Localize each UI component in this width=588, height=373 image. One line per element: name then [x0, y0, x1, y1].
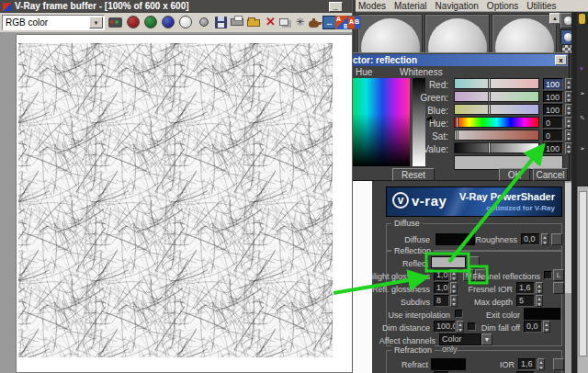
max-depth-field[interactable]: 5: [516, 295, 535, 307]
refl-glossiness-spinner[interactable]: [450, 282, 458, 294]
refl-glossiness-field[interactable]: 1,0: [434, 282, 449, 294]
fresnel-ior-field[interactable]: 1,6: [516, 282, 535, 294]
duplicate-buffer-button[interactable]: [277, 15, 293, 30]
monochrome-button[interactable]: [197, 15, 212, 30]
fresnel-reflections-checkbox[interactable]: [544, 271, 552, 279]
save-image-button[interactable]: [213, 15, 229, 30]
dialog-titlebar[interactable]: ctor: reflection: [349, 54, 568, 66]
max-depth-label: Max depth: [474, 298, 513, 307]
dim-distance-field[interactable]: 100,0c: [434, 321, 456, 333]
tool-glyph-icon[interactable]: ▾: [580, 65, 583, 72]
menu-material[interactable]: Material: [394, 1, 427, 11]
use-interpolation-checkbox[interactable]: [455, 310, 463, 318]
diffuse-color-swatch[interactable]: [435, 233, 475, 245]
vfb-titlebar[interactable]: V-Ray frame buffer - [100% of 600 x 600]: [0, 0, 352, 13]
load-image-button[interactable]: [246, 15, 262, 30]
value-field[interactable]: 100: [543, 142, 563, 154]
sat-spinner[interactable]: [565, 130, 572, 141]
value-slider[interactable]: [454, 142, 539, 153]
ior-lock-button[interactable]: [553, 358, 564, 370]
hilight-glossiness-field[interactable]: 1,0: [434, 269, 449, 281]
reflect-color-swatch[interactable]: [431, 256, 466, 268]
value-spinner[interactable]: [565, 142, 572, 154]
red-channel-button[interactable]: [126, 15, 141, 30]
dim-distance-checkbox[interactable]: [468, 322, 476, 331]
hue-slider[interactable]: [454, 117, 539, 128]
combo-dropdown-icon[interactable]: ▼: [89, 17, 103, 28]
red-field[interactable]: 100: [543, 78, 563, 90]
rgb-channels-icon[interactable]: [108, 15, 124, 30]
ior-field[interactable]: 1,6: [518, 358, 537, 370]
exit-color-swatch[interactable]: [524, 308, 560, 320]
render-last-button[interactable]: [307, 15, 322, 30]
main-vertical-scrollbar[interactable]: [577, 186, 588, 373]
hilight-glossiness-label: Hilight glossiness: [372, 272, 430, 281]
fresnel-ior-spinner[interactable]: [536, 282, 543, 294]
slider-handle[interactable]: [488, 78, 491, 89]
close-icon[interactable]: x: [555, 55, 567, 65]
cancel-button[interactable]: Cancel: [533, 168, 568, 181]
affect-channels-dropdown[interactable]: Color only: [439, 333, 481, 345]
alpha-channel-button[interactable]: [178, 15, 194, 30]
track-mouse-button[interactable]: ✳: [292, 15, 308, 30]
scrollbar-thumb[interactable]: [579, 191, 587, 356]
sat-field[interactable]: 0: [543, 130, 563, 141]
green-field[interactable]: 100: [543, 91, 563, 103]
minimize-button[interactable]: _: [329, 2, 343, 12]
sat-slider[interactable]: [454, 130, 539, 141]
menu-options[interactable]: Options: [487, 1, 518, 11]
blue-channel-button[interactable]: [161, 15, 176, 30]
subdivs-field[interactable]: 8: [434, 295, 449, 307]
green-slider[interactable]: [454, 91, 539, 102]
roughness-spinner[interactable]: [541, 233, 548, 245]
blue-field[interactable]: 100: [543, 104, 563, 116]
blue-slider[interactable]: [454, 104, 539, 115]
max-depth-spinner[interactable]: [536, 295, 543, 307]
tool-glyph-icon[interactable]: ✎: [580, 115, 585, 121]
red-slider[interactable]: [454, 78, 539, 89]
hue-picker-box[interactable]: [349, 78, 410, 166]
hilight-glossiness-spinner[interactable]: [450, 269, 458, 281]
hue-field[interactable]: 0: [543, 117, 563, 129]
tool-icon[interactable]: [579, 14, 585, 24]
red-spinner[interactable]: [565, 78, 572, 90]
print-image-button[interactable]: [230, 15, 245, 30]
channel-select-combo[interactable]: RGB color ▼: [2, 15, 105, 30]
cursor-icon[interactable]: ➢: [580, 145, 585, 152]
reflect-map-button[interactable]: [469, 256, 480, 268]
rollout-scrollbar[interactable]: [565, 181, 571, 373]
slider-handle[interactable]: [456, 130, 458, 141]
roughness-field[interactable]: 0,0: [521, 233, 540, 245]
ior-spinner[interactable]: [537, 358, 545, 370]
fresnel-l-button[interactable]: L: [553, 269, 564, 281]
cursor-icon[interactable]: ➢: [580, 90, 585, 96]
slot-scroll-up-button[interactable]: ▲: [549, 13, 560, 24]
fresnel-ior-lock-button[interactable]: [553, 282, 564, 294]
slider-handle[interactable]: [456, 117, 458, 128]
green-spinner[interactable]: [565, 91, 572, 103]
refract-color-swatch[interactable]: [431, 358, 466, 370]
compare-ab2-button[interactable]: [346, 15, 362, 30]
hue-row-label: Hue:: [429, 119, 448, 129]
blue-spinner[interactable]: [565, 104, 572, 116]
vray-logo: v-ray: [392, 192, 447, 209]
menu-utilities[interactable]: Utilities: [526, 1, 556, 11]
roughness-map-button[interactable]: [551, 233, 562, 245]
scrollbar-thumb[interactable]: [565, 183, 571, 293]
dropdown-arrow-icon[interactable]: ▼: [481, 333, 492, 345]
clear-image-button[interactable]: ✕: [263, 15, 278, 30]
green-channel-button[interactable]: [143, 15, 159, 30]
ok-button[interactable]: OK: [499, 168, 530, 181]
hue-spinner[interactable]: [565, 117, 572, 129]
dim-distance-spinner[interactable]: [457, 321, 464, 333]
slider-handle[interactable]: [488, 104, 491, 115]
menu-modes[interactable]: Modes: [358, 1, 386, 11]
dim-falloff-spinner[interactable]: [543, 321, 550, 333]
slider-handle[interactable]: [488, 91, 491, 102]
dim-falloff-field[interactable]: 0,0: [524, 321, 542, 333]
subdivs-spinner[interactable]: [450, 295, 458, 307]
fresnel-ior-label: Fresnel IOR: [468, 285, 513, 294]
slider-handle[interactable]: [488, 142, 491, 153]
reset-button[interactable]: Reset: [392, 168, 435, 181]
menu-navigation[interactable]: Navigation: [435, 1, 479, 11]
